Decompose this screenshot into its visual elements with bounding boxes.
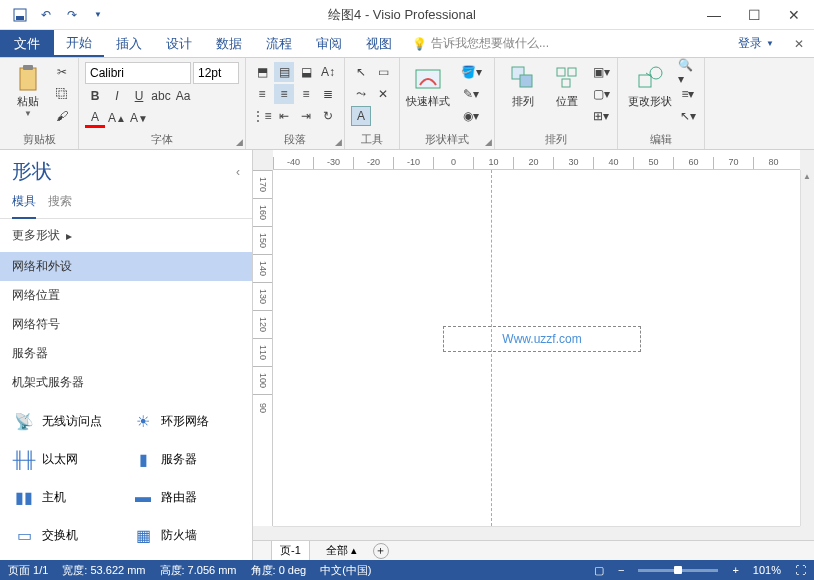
tab-search[interactable]: 搜索 <box>48 193 72 210</box>
stencil-shape[interactable]: ▬路由器 <box>127 481 244 515</box>
svg-rect-10 <box>639 75 651 87</box>
rotate-text-icon[interactable]: ↻ <box>318 106 338 126</box>
group-icon[interactable]: ⊞▾ <box>591 106 611 126</box>
align-bottom-icon[interactable]: ⬓ <box>296 62 316 82</box>
more-shapes-button[interactable]: 更多形状▸ <box>0 219 252 252</box>
position-button[interactable]: 位置 <box>545 62 589 109</box>
paragraph-dialog-icon[interactable]: ◢ <box>335 137 342 147</box>
stencil-shape[interactable]: ▦防火墙 <box>127 518 244 552</box>
font-dialog-icon[interactable]: ◢ <box>236 137 243 147</box>
macro-record-icon[interactable]: ▢ <box>594 564 604 577</box>
justify-icon[interactable]: ≣ <box>318 84 338 104</box>
undo-icon[interactable]: ↶ <box>34 3 58 27</box>
font-color-button[interactable]: A <box>85 108 105 128</box>
align-middle-icon[interactable]: ▤ <box>274 62 294 82</box>
zoom-slider[interactable] <box>638 569 718 572</box>
shrink-font-button[interactable]: A▼ <box>129 108 149 128</box>
vertical-scrollbar[interactable] <box>800 170 814 526</box>
send-back-icon[interactable]: ▢▾ <box>591 84 611 104</box>
fill-button[interactable]: 🪣▾ <box>454 62 488 82</box>
paste-button[interactable]: 粘贴 ▼ <box>6 62 50 118</box>
stencil-shape[interactable]: ▭交换机 <box>8 518 125 552</box>
all-pages-button[interactable]: 全部 ▴ <box>326 543 357 558</box>
font-name-select[interactable] <box>85 62 191 84</box>
tab-data[interactable]: 数据 <box>204 30 254 57</box>
add-page-button[interactable]: ＋ <box>373 543 389 559</box>
indent-right-icon[interactable]: ⇥ <box>296 106 316 126</box>
arrange-button[interactable]: 排列 <box>501 62 545 109</box>
align-left-icon[interactable]: ≡ <box>252 84 272 104</box>
status-width: 宽度: 53.622 mm <box>62 563 145 578</box>
connector-tool-icon[interactable]: ⤳ <box>351 84 371 104</box>
copy-icon[interactable]: ⿻ <box>52 84 72 104</box>
text-tool-icon[interactable]: A <box>351 106 371 126</box>
grow-font-button[interactable]: A▲ <box>107 108 127 128</box>
tab-view[interactable]: 视图 <box>354 30 404 57</box>
cat-rack-server[interactable]: 机架式服务器 <box>0 368 252 397</box>
align-top-icon[interactable]: ⬒ <box>252 62 272 82</box>
tab-design[interactable]: 设计 <box>154 30 204 57</box>
qat-dropdown-icon[interactable]: ▼ <box>86 3 110 27</box>
redo-icon[interactable]: ↷ <box>60 3 84 27</box>
text-selection-box[interactable]: Www.uzzf.com <box>443 326 641 352</box>
close-button[interactable]: ✕ <box>774 0 814 30</box>
collapse-panel-icon[interactable]: ‹ <box>236 165 240 179</box>
drawing-canvas[interactable]: Www.uzzf.com <box>273 170 800 526</box>
italic-button[interactable]: I <box>107 86 127 106</box>
minimize-button[interactable]: — <box>694 0 734 30</box>
format-painter-icon[interactable]: 🖌 <box>52 106 72 126</box>
change-shape-button[interactable]: 更改形状 <box>624 62 676 109</box>
tab-stencil[interactable]: 模具 <box>12 193 36 219</box>
horizontal-scrollbar[interactable] <box>273 526 800 540</box>
page-tab[interactable]: 页-1 <box>271 541 310 561</box>
tab-insert[interactable]: 插入 <box>104 30 154 57</box>
tab-home[interactable]: 开始 <box>54 30 104 57</box>
ruler-vertical[interactable]: 17016015014013012011010090 <box>253 170 273 526</box>
effects-button[interactable]: ◉▾ <box>454 106 488 126</box>
align-right-icon[interactable]: ≡ <box>296 84 316 104</box>
cat-network-sym[interactable]: 网络符号 <box>0 310 252 339</box>
delete-tool-icon[interactable]: ✕ <box>373 84 393 104</box>
tell-me-box[interactable]: 💡告诉我您想要做什么... <box>412 30 549 57</box>
bullets-icon[interactable]: ⋮≡ <box>252 106 272 126</box>
case-button[interactable]: Aa <box>173 86 193 106</box>
underline-button[interactable]: U <box>129 86 149 106</box>
cat-network-periph[interactable]: 网络和外设 <box>0 252 252 281</box>
cat-server[interactable]: 服务器 <box>0 339 252 368</box>
shapestyles-dialog-icon[interactable]: ◢ <box>485 137 492 147</box>
zoom-in-button[interactable]: + <box>732 564 738 576</box>
save-icon[interactable] <box>8 3 32 27</box>
stencil-shape[interactable]: 📡无线访问点 <box>8 405 125 439</box>
select-icon[interactable]: ↖▾ <box>678 106 698 126</box>
tab-process[interactable]: 流程 <box>254 30 304 57</box>
zoom-out-button[interactable]: − <box>618 564 624 576</box>
tab-review[interactable]: 审阅 <box>304 30 354 57</box>
fit-window-icon[interactable]: ⛶ <box>795 564 806 576</box>
font-size-select[interactable] <box>193 62 239 84</box>
login-button[interactable]: 登录▼ <box>728 30 784 57</box>
bring-front-icon[interactable]: ▣▾ <box>591 62 611 82</box>
ruler-tick: 0 <box>433 157 473 169</box>
stencil-shape[interactable]: ▮▮主机 <box>8 481 125 515</box>
quick-styles-button[interactable]: 快速样式 <box>406 62 450 109</box>
ruler-horizontal[interactable]: -40-30-20-1001020304050607080 <box>273 150 800 170</box>
tab-file[interactable]: 文件 <box>0 30 54 57</box>
layers-icon[interactable]: ≡▾ <box>678 84 698 104</box>
maximize-button[interactable]: ☐ <box>734 0 774 30</box>
bold-button[interactable]: B <box>85 86 105 106</box>
cut-icon[interactable]: ✂ <box>52 62 72 82</box>
stencil-shape[interactable]: ☀环形网络 <box>127 405 244 439</box>
text-direction-icon[interactable]: A↕ <box>318 62 338 82</box>
collapse-ribbon-icon[interactable]: ✕ <box>784 30 814 57</box>
pointer-tool-icon[interactable]: ↖ <box>351 62 371 82</box>
stencil-shape[interactable]: ▮服务器 <box>127 443 244 477</box>
indent-left-icon[interactable]: ⇤ <box>274 106 294 126</box>
zoom-value[interactable]: 101% <box>753 564 781 576</box>
line-button[interactable]: ✎▾ <box>454 84 488 104</box>
stencil-shape[interactable]: ╫╫以太网 <box>8 443 125 477</box>
rectangle-tool-icon[interactable]: ▭ <box>373 62 393 82</box>
cat-network-loc[interactable]: 网络位置 <box>0 281 252 310</box>
strike-button[interactable]: abc <box>151 86 171 106</box>
find-icon[interactable]: 🔍▾ <box>678 62 698 82</box>
align-center-icon[interactable]: ≡ <box>274 84 294 104</box>
